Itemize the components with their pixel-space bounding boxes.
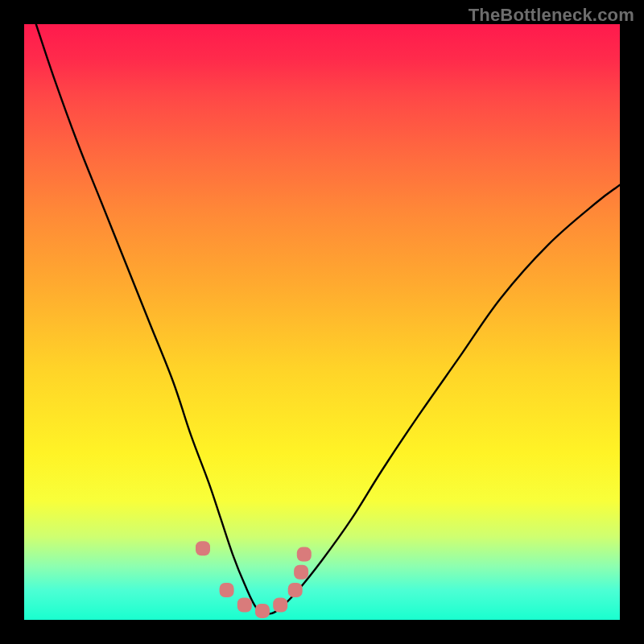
- marker-dot: [255, 604, 270, 618]
- marker-dot: [220, 583, 234, 597]
- watermark-text: TheBottleneck.com: [469, 5, 634, 26]
- marker-dot: [297, 547, 312, 562]
- curve-layer: [24, 24, 620, 620]
- plot-area: [24, 24, 620, 620]
- marker-dot: [273, 598, 287, 613]
- marker-dot: [288, 583, 303, 597]
- chart-frame: TheBottleneck.com: [0, 0, 644, 644]
- bottleneck-curve: [36, 24, 620, 614]
- marker-cluster: [196, 541, 312, 618]
- marker-dot: [237, 598, 252, 613]
- marker-dot: [196, 541, 210, 555]
- marker-dot: [294, 565, 308, 580]
